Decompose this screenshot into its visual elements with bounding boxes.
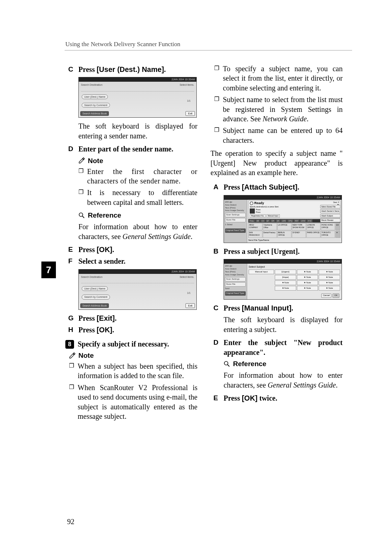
screenshot-select-subject: 2JAN 2004 10:35AM 200 dpi Auto Detect Te… xyxy=(224,259,342,300)
ss-scan-settings-button[interactable]: Scan Settings xyxy=(225,213,246,217)
ss-subject-hope[interactable]: [Hope] xyxy=(275,275,296,280)
ss-topbar: 2JAN 2004 10:35AM xyxy=(79,270,196,274)
ss-search-by-comment-button[interactable]: Search by Comment xyxy=(82,295,110,299)
ss-sold: Sold xyxy=(225,287,246,290)
list-item: When a subject has been specified, this … xyxy=(69,361,197,381)
ss-cancel-button[interactable]: Cancel xyxy=(321,293,332,298)
ss-exit-button[interactable]: Exit xyxy=(185,303,195,308)
ss-subject-cell[interactable]: ★ Note xyxy=(297,270,318,274)
ss-ok-button[interactable]: OK xyxy=(332,293,339,298)
ss-select-stored-file[interactable]: Select Stored File xyxy=(320,205,340,209)
ss-page-indicator: 1/1 xyxy=(187,291,191,295)
list-item: Enter the first character or characters … xyxy=(78,167,197,186)
ss-subject-cell[interactable]: ★ Note xyxy=(275,280,296,285)
right-column: To specify a subject name, you can selec… xyxy=(211,63,343,425)
ss-user-dest-name-button[interactable]: User (Dest.) Name xyxy=(82,286,108,291)
ss-store-file-button[interactable]: Store File xyxy=(225,282,246,287)
step-text: Press xyxy=(78,314,97,322)
ss-side-item: 200 dpi xyxy=(225,265,246,268)
ss-subject-cell[interactable]: ★ Note xyxy=(297,286,318,291)
step-text: Press xyxy=(224,183,242,191)
ss-original-feed-type[interactable]: Original Feed Type xyxy=(225,291,246,296)
ss-manual-input[interactable]: Manual Input xyxy=(266,214,280,218)
running-head: Using the Network Delivery Scanner Funct… xyxy=(65,41,180,48)
pencil-icon xyxy=(78,157,85,164)
ss-subject-cell[interactable]: ★ Note xyxy=(275,286,296,291)
ss-subject-urgent[interactable]: [Urgent] xyxy=(275,270,296,274)
note-label: Note xyxy=(78,351,94,360)
step-text: Press a subject [Urgent]. xyxy=(224,247,343,256)
svg-point-2 xyxy=(224,361,228,365)
key-ok: [OK] xyxy=(97,326,112,334)
ss-return-receipt[interactable]: Return Receipt xyxy=(320,218,340,222)
list-item: To specify a subject name, you can selec… xyxy=(214,64,343,93)
step-letter: C xyxy=(213,303,220,313)
header-rule xyxy=(65,50,352,50)
list-item: It is necessary to differentiate between… xyxy=(78,188,197,207)
key-user-dest-name: [User (Dest.) Name] xyxy=(97,65,164,73)
ss-subtitle: Select items. xyxy=(180,83,194,86)
ss-subject-cell[interactable]: ★ Note xyxy=(319,280,340,285)
ss-user-dest-name-button[interactable]: User (Dest.) Name xyxy=(82,94,108,99)
step-b-right: B Press a subject [Urgent]. xyxy=(213,247,343,256)
ss-subtitle: Select items. xyxy=(180,275,194,279)
ss-search-address-book[interactable]: Search Address Book xyxy=(80,303,109,308)
ss-side-item: 200 dpi xyxy=(225,201,246,204)
ss-reg-no[interactable]: Registration No. xyxy=(250,214,266,218)
body-text: The soft keyboard is displayed for enter… xyxy=(78,121,197,141)
screenshot-search-dest: 2JAN 2004 10:35AM Search Destination Sel… xyxy=(78,77,197,118)
magnifier-icon xyxy=(78,212,85,219)
ss-send-file[interactable]: Send File Type/Name xyxy=(248,239,269,242)
ss-side-item: Text (Print) xyxy=(225,207,246,210)
ss-ready-sub: Specify destination(s) or press Start. xyxy=(250,206,280,208)
step-a-right: A Press [Attach Subject]. xyxy=(213,182,343,192)
step-letter: E xyxy=(213,393,220,403)
ss-original-feed-type[interactable]: Original Feed Type xyxy=(225,228,246,233)
ss-topbar: 2JAN 2004 10:35AM xyxy=(224,259,342,264)
ss-attach-subject[interactable]: Attach Subject xyxy=(320,214,340,218)
reference-heading: Reference xyxy=(78,211,197,220)
ss-subject-cell[interactable]: ★ Note xyxy=(319,275,340,280)
ss-store-file-button[interactable]: Store File xyxy=(225,218,246,222)
reference-heading: Reference xyxy=(224,359,343,368)
ss-exit-button[interactable]: Exit xyxy=(185,111,195,116)
step-e-right: E Press [OK] twice. xyxy=(213,393,343,403)
step-letter: H xyxy=(68,325,75,335)
screenshot-ready: 2JAN 2004 10:35AM 200 dpi Auto Detect Te… xyxy=(224,195,342,243)
key-ok: [OK] xyxy=(242,394,257,402)
ss-attach-senders-name[interactable]: Attach Sender's Name xyxy=(320,209,340,213)
ss-subject-cell[interactable]: ★ Note xyxy=(297,280,318,285)
ss-search-by-comment-button[interactable]: Search by Comment xyxy=(82,103,110,108)
ss-subject-cell[interactable]: ★ Note xyxy=(297,275,318,280)
step-d: D Enter part of the sender name. xyxy=(68,144,197,154)
ss-subject-cell[interactable]: ★ Note xyxy=(319,270,340,274)
step-badge-8: 8 xyxy=(65,340,74,349)
reference-label: Reference xyxy=(88,211,121,220)
step-text: Press xyxy=(78,326,97,334)
key-exit: [Exit] xyxy=(97,314,115,322)
ss-scan-settings-button[interactable]: Scan Settings xyxy=(225,277,246,281)
ss-ready-label: Ready xyxy=(254,201,264,205)
step-letter: D xyxy=(68,144,75,154)
key-manual-input: [Manual Input] xyxy=(242,304,291,312)
magnifier-icon xyxy=(224,361,230,367)
svg-line-3 xyxy=(228,365,229,366)
ss-title: Search Destination xyxy=(81,83,102,86)
note-list: Enter the first character or characters … xyxy=(78,167,197,207)
screenshot-search-dest-2: 2JAN 2004 10:35AM Search Destination Sel… xyxy=(78,269,197,310)
step-letter: B xyxy=(213,247,220,256)
ss-manual-input-button[interactable]: Manual Input xyxy=(249,270,274,274)
ss-subject-cell[interactable]: ★ Note xyxy=(319,286,340,291)
left-column: C Press [User (Dest.) Name]. 2JAN 2004 1… xyxy=(65,63,197,425)
ss-destination-grid[interactable]: ABCD COMPANYYokohama OfficeLA OFFICENEW … xyxy=(248,223,340,238)
step-text: Press xyxy=(224,394,242,402)
step-text: Press xyxy=(78,65,97,73)
step-text-after: . xyxy=(113,326,114,334)
step-text-after: . xyxy=(298,183,299,191)
pencil-icon xyxy=(69,352,75,359)
step-g: G Press [Exit]. xyxy=(68,313,197,323)
step-c: C Press [User (Dest.) Name]. xyxy=(68,65,197,74)
note-list: When a subject has been specified, this … xyxy=(69,361,197,421)
ss-search-address-book[interactable]: Search Address Book xyxy=(80,111,109,116)
step-text: Select a sender. xyxy=(78,256,197,266)
